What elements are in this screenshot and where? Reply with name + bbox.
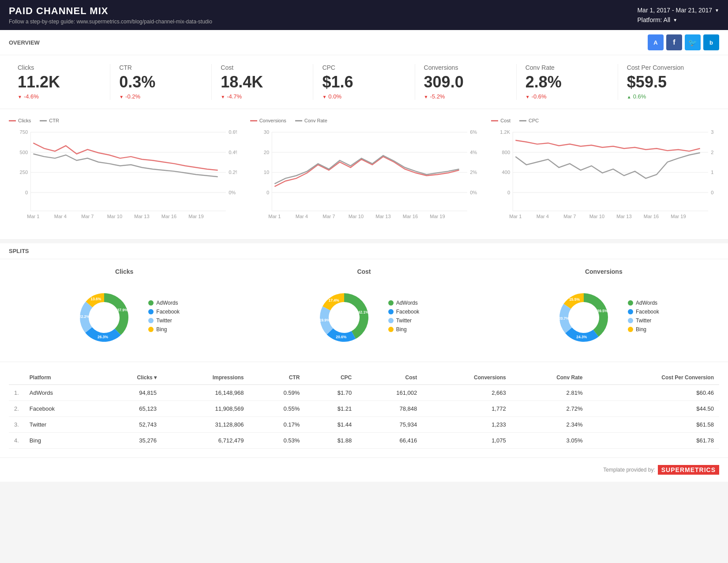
legend-item: Bing xyxy=(388,326,420,333)
legend-item: Twitter xyxy=(388,317,420,324)
platform-filter[interactable]: Platform: All ▼ xyxy=(637,16,719,23)
donut-svg: 42.1%20.6%19.9%17.4% xyxy=(309,282,379,353)
platform-icons: A f 🐦 b xyxy=(648,34,719,50)
kpi-value: $59.5 xyxy=(627,73,710,91)
kpi-label: CPC xyxy=(322,64,405,71)
svg-text:500: 500 xyxy=(20,150,28,155)
svg-text:0: 0 xyxy=(711,190,714,195)
legend-label: Bing xyxy=(156,326,167,333)
svg-text:Mar 4: Mar 4 xyxy=(295,214,308,219)
legend-color xyxy=(148,300,154,306)
table-column-header: Conversions xyxy=(422,371,511,385)
svg-text:Mar 10: Mar 10 xyxy=(348,214,363,219)
table-cell: 1. xyxy=(9,385,24,401)
svg-text:Mar 13: Mar 13 xyxy=(375,214,390,219)
svg-text:0.2%: 0.2% xyxy=(229,170,236,175)
svg-text:0: 0 xyxy=(266,190,269,195)
kpi-row: Clicks 11.2K -4.6% CTR 0.3% -0.2% Cost 1… xyxy=(0,55,728,109)
table-cell: 2.72% xyxy=(511,401,588,417)
svg-text:Mar 7: Mar 7 xyxy=(323,214,335,219)
svg-text:2%: 2% xyxy=(470,170,477,175)
donut-wrapper: 37.9%26.3%22.2%13.6% AdWords Facebook Tw… xyxy=(69,282,180,353)
table-cell: 0.55% xyxy=(249,401,305,417)
supermetrics-brand: SUPERMETRICS xyxy=(658,465,719,475)
svg-text:39.5%: 39.5% xyxy=(597,309,608,313)
facebook-icon: f xyxy=(666,34,682,50)
svg-text:20.6%: 20.6% xyxy=(336,335,347,339)
date-range[interactable]: Mar 1, 2017 - Mar 21, 2017 ▼ xyxy=(637,7,719,14)
table-cell: AdWords xyxy=(24,385,99,401)
legend-item: AdWords xyxy=(628,300,659,306)
table-column-header: Platform xyxy=(24,371,99,385)
legend-item: Bing xyxy=(148,326,180,333)
table-cell: 0.53% xyxy=(249,433,305,449)
svg-text:0%: 0% xyxy=(229,190,236,195)
splits-row: Clicks 37.9%26.3%22.2%13.6% AdWords Face… xyxy=(0,259,728,362)
table-header: PlatformClicks ▾ImpressionsCTRCPCCostCon… xyxy=(9,371,719,385)
legend-label: Facebook xyxy=(156,309,180,315)
legend-label: AdWords xyxy=(636,300,657,306)
table-column-header: Cost Per Conversion xyxy=(588,371,719,385)
arrow-down-icon xyxy=(221,93,225,100)
clicks-ctr-svg: 750 500 250 0 0.6% 0.4% 0.2% 0% Mar 1 Ma… xyxy=(9,127,237,224)
table-cell: 78,848 xyxy=(357,401,422,417)
header-controls: Mar 1, 2017 - Mar 21, 2017 ▼ Platform: A… xyxy=(637,7,719,23)
table-cell: 16,148,968 xyxy=(162,385,249,401)
table-cell: Twitter xyxy=(24,417,99,433)
table-cell: 3. xyxy=(9,417,24,433)
legend-color xyxy=(388,300,394,306)
arrow-down-icon xyxy=(322,93,326,100)
svg-text:800: 800 xyxy=(502,150,510,155)
cost-cpc-chart: Cost CPC 1.2K 800 400 0 3 2 1 0 Mar 1 Ma… xyxy=(487,113,724,230)
table-section: PlatformClicks ▾ImpressionsCTRCPCCostCon… xyxy=(0,362,728,457)
svg-text:22.2%: 22.2% xyxy=(79,315,90,319)
table-cell: $1.44 xyxy=(305,417,357,433)
donut-wrapper: 39.5%24.3%20.7%15.5% AdWords Facebook Tw… xyxy=(548,282,659,353)
svg-text:1: 1 xyxy=(711,170,714,175)
svg-text:Mar 16: Mar 16 xyxy=(161,214,176,219)
legend-label: AdWords xyxy=(396,300,418,306)
legend-item: Twitter xyxy=(628,317,659,324)
table-cell: $1.21 xyxy=(305,401,357,417)
legend-color xyxy=(628,309,633,314)
svg-text:0: 0 xyxy=(507,190,510,195)
bing-icon: b xyxy=(703,34,719,50)
kpi-label: CTR xyxy=(119,64,203,71)
table-column-header[interactable]: Clicks ▾ xyxy=(99,371,162,385)
date-dropdown-icon: ▼ xyxy=(715,8,719,13)
kpi-change: 0.0% xyxy=(322,93,405,100)
svg-text:Mar 4: Mar 4 xyxy=(537,214,549,219)
kpi-value: 11.2K xyxy=(18,73,101,91)
legend-color xyxy=(388,327,394,332)
table-body: 1.AdWords94,81516,148,9680.59%$1.70161,0… xyxy=(9,385,719,449)
legend-color xyxy=(628,300,633,306)
table-column-header xyxy=(9,371,24,385)
legend-label: Bing xyxy=(636,326,646,333)
svg-text:Mar 13: Mar 13 xyxy=(617,214,632,219)
table-cell: 0.17% xyxy=(249,417,305,433)
overview-header: OVERVIEW A f 🐦 b xyxy=(0,30,728,55)
svg-text:Mar 7: Mar 7 xyxy=(81,214,94,219)
svg-text:Mar 16: Mar 16 xyxy=(644,214,659,219)
table-cell: 11,908,569 xyxy=(162,401,249,417)
arrow-down-icon xyxy=(424,93,428,100)
table-row: 4.Bing35,2766,712,4790.53%$1.8866,4161,0… xyxy=(9,433,719,449)
table-cell: 75,934 xyxy=(357,417,422,433)
header: PAID CHANNEL MIX Follow a step-by-step g… xyxy=(0,0,728,30)
table-cell: 35,276 xyxy=(99,433,162,449)
split-item: Conversions 39.5%24.3%20.7%15.5% AdWords… xyxy=(488,268,719,353)
table-column-header: CTR xyxy=(249,371,305,385)
svg-text:Mar 10: Mar 10 xyxy=(589,214,604,219)
table-cell: Bing xyxy=(24,433,99,449)
table-cell: 52,743 xyxy=(99,417,162,433)
legend-label: Twitter xyxy=(636,317,651,324)
kpi-label: Clicks xyxy=(18,64,101,71)
table-cell: $61.78 xyxy=(588,433,719,449)
table-cell: 2. xyxy=(9,401,24,417)
table-cell: $1.88 xyxy=(305,433,357,449)
svg-text:0: 0 xyxy=(25,190,28,195)
table-row: 2.Facebook65,12311,908,5690.55%$1.2178,8… xyxy=(9,401,719,417)
split-title: Clicks xyxy=(115,268,133,275)
kpi-change: -4.6% xyxy=(18,93,101,100)
table-column-header: CPC xyxy=(305,371,357,385)
